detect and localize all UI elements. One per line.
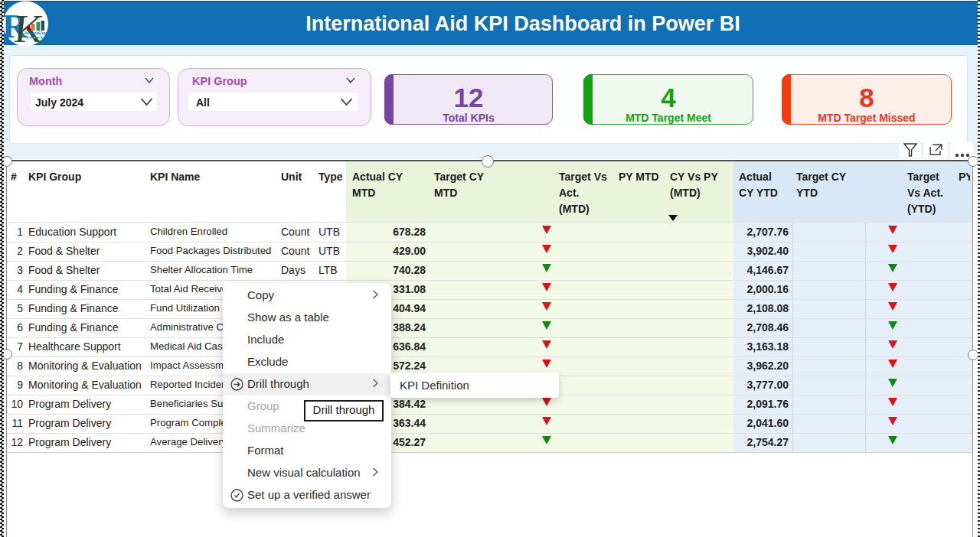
svg-text:★★★★★: ★★★★★	[25, 35, 43, 40]
